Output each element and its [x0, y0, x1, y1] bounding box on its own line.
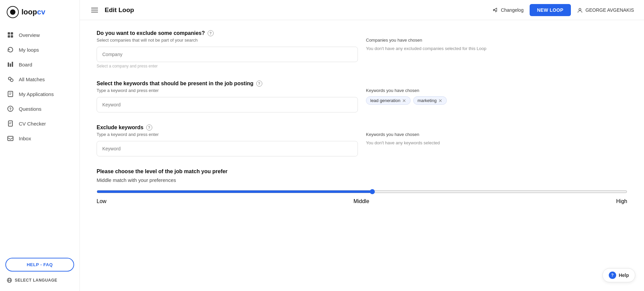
refresh-icon	[7, 46, 14, 53]
job-match-section: Please choose the level of the job match…	[97, 168, 627, 211]
topbar: Edit Loop Changelog NEW LOOP GEORGE AVGE…	[80, 0, 644, 20]
svg-point-18	[579, 8, 581, 10]
exclude-keywords-right: Keywords you have chosen You don't have …	[366, 132, 627, 145]
sidebar-item-questions[interactable]: Questions	[0, 101, 79, 116]
include-keywords-help-icon[interactable]: ?	[256, 81, 262, 87]
sidebar-item-label: All Matches	[19, 77, 45, 82]
include-keywords-section: Select the keywords that should be prese…	[97, 81, 627, 112]
job-match-subtitle: Middle match with your preferences	[97, 177, 627, 183]
slider-label-high: High	[616, 198, 627, 204]
sidebar-nav: Overview My loops Board All Matches	[0, 24, 79, 258]
main-area: Edit Loop Changelog NEW LOOP GEORGE AVGE…	[80, 0, 644, 291]
user-info[interactable]: GEORGE AVGENAKIS	[577, 7, 634, 13]
language-label: SELECT LANGUAGE	[15, 278, 57, 283]
keyword-exclude-input[interactable]	[97, 141, 358, 156]
slider-label-middle: Middle	[354, 198, 369, 204]
exclude-keywords-left: Type a keyword and press enter	[97, 132, 358, 156]
exclude-companies-empty: You don't have any excluded companies se…	[366, 46, 627, 51]
help-bubble-label: Help	[619, 273, 629, 278]
sidebar-item-label: Board	[19, 62, 32, 67]
company-input[interactable]	[97, 47, 358, 62]
help-bubble[interactable]: ? Help	[602, 268, 635, 282]
matches-icon	[7, 76, 14, 83]
questions-icon	[7, 105, 14, 112]
exclude-companies-subtitle: Select companies that will not be part o…	[97, 38, 358, 43]
svg-rect-14	[8, 121, 12, 126]
sidebar-item-label: My Applications	[19, 91, 54, 97]
slider-wrap: Low Middle High	[97, 189, 627, 211]
applications-icon	[7, 90, 14, 98]
hamburger-button[interactable]	[90, 6, 99, 14]
svg-rect-3	[11, 32, 13, 35]
svg-rect-6	[8, 62, 9, 67]
globe-icon	[7, 278, 12, 283]
board-icon	[7, 61, 14, 68]
page-title: Edit Loop	[105, 6, 487, 14]
sidebar-item-all-matches[interactable]: All Matches	[0, 72, 79, 87]
exclude-companies-title: Do you want to exclude some companies? ?	[97, 30, 627, 36]
content-area: Do you want to exclude some companies? ?…	[80, 20, 644, 291]
sidebar-item-my-loops[interactable]: My loops	[0, 42, 79, 57]
megaphone-icon	[492, 7, 498, 13]
job-match-slider[interactable]	[97, 189, 627, 194]
sidebar-item-board[interactable]: Board	[0, 57, 79, 72]
exclude-keywords-section: Exclude keywords ? Type a keyword and pr…	[97, 125, 627, 156]
svg-rect-4	[8, 35, 10, 38]
sidebar-item-label: Inbox	[19, 136, 31, 141]
exclude-companies-right: Companies you have chosen You don't have…	[366, 38, 627, 51]
logo: loopcv	[0, 0, 79, 24]
sidebar-item-inbox[interactable]: Inbox	[0, 131, 79, 146]
sidebar-item-cv-checker[interactable]: CV Checker	[0, 116, 79, 131]
changelog-label: Changelog	[501, 7, 524, 13]
svg-rect-2	[8, 32, 10, 35]
include-keywords-right: Keywords you have chosen lead generation…	[366, 88, 627, 105]
tag-marketing: marketing ✕	[413, 96, 447, 105]
tag-remove-lead-generation[interactable]: ✕	[402, 98, 406, 103]
svg-rect-5	[11, 35, 13, 38]
exclude-keywords-title: Exclude keywords ?	[97, 125, 627, 131]
grid-icon	[7, 31, 14, 39]
tag-label: marketing	[418, 98, 437, 103]
exclude-keywords-chosen-label: Keywords you have chosen	[366, 132, 627, 137]
changelog-button[interactable]: Changelog	[492, 7, 524, 13]
svg-rect-8	[12, 62, 13, 67]
include-keywords-chosen-label: Keywords you have chosen	[366, 88, 627, 93]
select-language[interactable]: SELECT LANGUAGE	[5, 276, 74, 284]
sidebar-item-label: My loops	[19, 47, 39, 53]
cv-icon	[7, 120, 14, 127]
svg-rect-15	[8, 136, 13, 141]
new-loop-button[interactable]: NEW LOOP	[530, 4, 571, 16]
tag-lead-generation: lead generation ✕	[366, 96, 411, 105]
exclude-keywords-row: Type a keyword and press enter Keywords …	[97, 132, 627, 156]
include-keywords-title: Select the keywords that should be prese…	[97, 81, 627, 87]
include-keywords-left: Type a keyword and press enter	[97, 88, 358, 112]
keyword-include-input[interactable]	[97, 97, 358, 112]
exclude-companies-help-icon[interactable]: ?	[208, 30, 214, 36]
exclude-companies-section: Do you want to exclude some companies? ?…	[97, 30, 627, 68]
job-match-title: Please choose the level of the job match…	[97, 168, 627, 175]
sidebar-item-overview[interactable]: Overview	[0, 28, 79, 42]
svg-point-13	[10, 110, 11, 111]
tag-remove-marketing[interactable]: ✕	[438, 98, 442, 103]
help-faq-button[interactable]: HELP - FAQ	[5, 258, 74, 272]
svg-point-1	[10, 9, 15, 15]
user-name: GEORGE AVGENAKIS	[586, 7, 634, 13]
svg-rect-7	[10, 63, 11, 67]
svg-point-10	[10, 79, 13, 82]
inbox-icon	[7, 135, 14, 142]
company-input-hint: Select a company and press enter	[97, 64, 358, 68]
exclude-keywords-help-icon[interactable]: ?	[146, 125, 152, 131]
exclude-companies-left: Select companies that will not be part o…	[97, 38, 358, 68]
exclude-companies-chosen-label: Companies you have chosen	[366, 38, 627, 43]
svg-rect-11	[8, 91, 13, 97]
logo-text: loopcv	[21, 8, 45, 16]
tag-label: lead generation	[370, 98, 400, 103]
include-keywords-subtitle: Type a keyword and press enter	[97, 88, 358, 93]
logo-icon	[7, 6, 19, 18]
slider-label-low: Low	[97, 198, 106, 204]
include-keywords-row: Type a keyword and press enter Keywords …	[97, 88, 627, 112]
slider-labels: Low Middle High	[97, 198, 627, 204]
sidebar-item-my-applications[interactable]: My Applications	[0, 87, 79, 101]
exclude-keywords-subtitle: Type a keyword and press enter	[97, 132, 358, 137]
user-icon	[577, 7, 583, 13]
